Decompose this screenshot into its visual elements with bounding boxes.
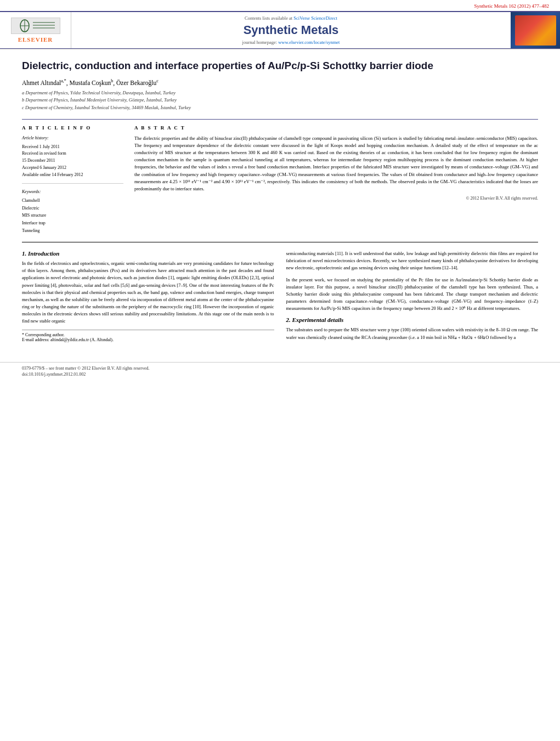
abstract-label: A B S T R A C T: [134, 125, 538, 131]
author-a-sup: a,*: [61, 78, 66, 83]
keyword-1: Clamshell: [22, 197, 123, 205]
author-a: Ahmet Altındala,*,: [22, 80, 70, 86]
body-left-col: 1. Introduction In the fields of electro…: [22, 250, 274, 346]
email-link[interactable]: altindal@yildiz.edu.tr: [50, 337, 89, 342]
author-c: Özer Bekaroğluc: [116, 80, 159, 86]
section1-right-para2: In the present work, we focused on study…: [286, 276, 539, 313]
section1-heading: 1. Introduction: [22, 250, 274, 257]
article-info-label: A R T I C L E I N F O: [22, 125, 123, 131]
elsevier-logo-area: ELSEVIER: [0, 12, 71, 48]
email-note: E-mail address: altindal@yildiz.edu.tr (…: [22, 337, 274, 342]
elsevier-brand: ELSEVIER: [18, 36, 53, 43]
keyword-5: Tunneling: [22, 227, 123, 235]
body-right-col: semiconducting materials [11]. It is wel…: [286, 250, 539, 346]
keyword-4: Interface trap: [22, 219, 123, 227]
journal-reference: Synthetic Metals 162 (2012) 477–482: [474, 3, 550, 9]
footnote-area: * Corresponding author. E-mail address: …: [22, 330, 274, 342]
journal-thumb-image: [515, 15, 556, 46]
section1-right-para1: semiconducting materials [11]. It is wel…: [286, 250, 539, 272]
abstract-col: A B S T R A C T The dielectric propertie…: [134, 125, 538, 234]
corresponding-note: * Corresponding author.: [22, 332, 274, 337]
author-b: Mustafa Coşkunb,: [70, 80, 116, 86]
elsevier-logo-image: [11, 18, 60, 34]
article-history: Article history: Received 1 July 2011 Re…: [22, 135, 123, 184]
affiliations: a Department of Physics, Yıldız Technica…: [22, 89, 538, 111]
journal-homepage: journal homepage: www.elsevier.com/locat…: [242, 39, 340, 45]
available-date: Available online 14 February 2012: [22, 172, 123, 179]
journal-title: Synthetic Metals: [244, 23, 339, 37]
keyword-3: MIS structure: [22, 212, 123, 219]
affil-c: c Department of Chemistry, İstanbul Tech…: [22, 104, 538, 111]
affil-a: a Department of Physics, Yıldız Technica…: [22, 89, 538, 97]
section2-heading: 2. Experimental details: [286, 316, 539, 323]
page: Synthetic Metals 162 (2012) 477–482 ELSE…: [0, 0, 560, 741]
affil-b: b Department of Physics, İstanbul Medeni…: [22, 97, 538, 104]
main-content: Dielectric, conduction and interface pro…: [0, 49, 560, 357]
journal-header: Synthetic Metals 162 (2012) 477–482 ELSE…: [0, 0, 560, 49]
authors-line: Ahmet Altındala,*, Mustafa Coşkunb, Özer…: [22, 78, 538, 86]
revised-label: Received in revised form: [22, 150, 123, 157]
sciverse-line: Contents lists available at SciVerse Sci…: [245, 15, 337, 21]
body-divider: [22, 242, 538, 242]
journal-thumbnail: [511, 12, 560, 48]
journal-meta-top: Synthetic Metals 162 (2012) 477–482: [0, 3, 560, 9]
author-c-sup: c: [156, 78, 159, 83]
accepted-date: Accepted 6 January 2012: [22, 165, 123, 172]
copyright-line: © 2012 Elsevier B.V. All rights reserved…: [134, 196, 538, 201]
sciverse-link[interactable]: SciVerse ScienceDirect: [293, 15, 337, 21]
article-title: Dielectric, conduction and interface pro…: [22, 59, 538, 73]
keywords-section: Keywords: Clamshell Dielectric MIS struc…: [22, 188, 123, 235]
revised-date: 15 December 2011: [22, 157, 123, 165]
page-footer: 0379-6779/$ – see front matter © 2012 El…: [0, 362, 560, 382]
abstract-text: The dielectric properties and the abilit…: [134, 135, 538, 193]
journal-banner: ELSEVIER Contents lists available at Sci…: [0, 11, 560, 49]
issn-line: 0379-6779/$ – see front matter © 2012 El…: [22, 366, 538, 371]
article-info-col: A R T I C L E I N F O Article history: R…: [22, 125, 123, 234]
author-b-sup: b: [111, 78, 113, 83]
keyword-2: Dielectric: [22, 205, 123, 212]
doi-line: doi:10.1016/j.synthmet.2012.01.002: [22, 372, 538, 377]
section1-para1: In the fields of electronics and optoele…: [22, 260, 274, 325]
received-date: Received 1 July 2011: [22, 144, 123, 151]
journal-center: Contents lists available at SciVerse Sci…: [71, 12, 511, 48]
body-columns: 1. Introduction In the fields of electro…: [22, 250, 538, 346]
section2-para1: The substrates used to prepare the MIS s…: [286, 326, 539, 341]
keywords-label: Keywords:: [22, 188, 123, 196]
homepage-link[interactable]: www.elsevier.com/locate/synmet: [278, 39, 340, 45]
article-info-abstract: A R T I C L E I N F O Article history: R…: [22, 119, 538, 234]
history-label: Article history:: [22, 135, 123, 142]
